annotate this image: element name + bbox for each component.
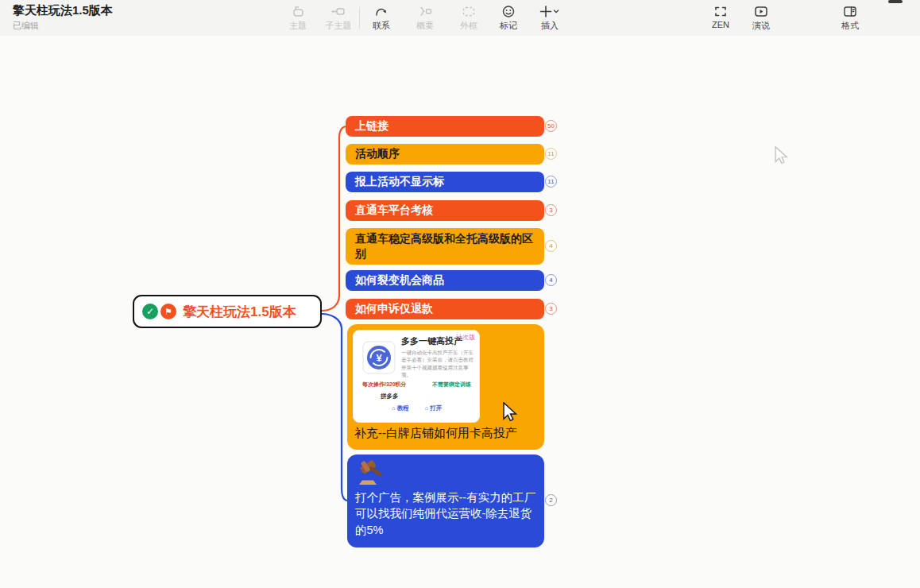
presentation-play-icon xyxy=(740,4,783,19)
window-control-dash[interactable] xyxy=(888,0,903,3)
topic-node-ad[interactable]: 打个广告，案例展示--有实力的工厂可以找我们纯佣代运营收-除去退货的5% xyxy=(347,455,544,547)
toolbar-button-present[interactable]: 演说 xyxy=(740,4,783,32)
collapse-badge[interactable]: 11 xyxy=(545,176,557,188)
mouse-cursor xyxy=(502,402,517,424)
collapse-badge[interactable]: 50 xyxy=(545,120,557,132)
card-tutorial-button[interactable]: ⌂ 教程 xyxy=(392,404,409,412)
card-description: 一键自动化卡高投产开车（开车老手必看）安装前，请点击教程里第十个视频观看使用注意… xyxy=(401,349,475,379)
toolbar-button-boundary[interactable]: 外框 xyxy=(447,4,490,32)
home-icon: ⌂ xyxy=(392,404,396,412)
check-marker-icon[interactable]: ✓ xyxy=(142,304,158,319)
collapse-badge[interactable]: 4 xyxy=(545,240,557,252)
topic-label: 直通车平台考核 xyxy=(355,203,433,218)
card-version-tag: 计次版 xyxy=(456,333,475,342)
ad-node-text: 打个广告，案例展示--有实力的工厂可以找我们纯佣代运营收-除去退货的5% xyxy=(355,489,538,538)
topic-node-3[interactable]: 报上活动不显示标 xyxy=(346,172,544,192)
toolbar-button-marker[interactable]: 标记 xyxy=(487,4,530,32)
toolbar-button-topic[interactable]: 主题 xyxy=(276,4,319,32)
card-cost-text: 每次操作/320积分 xyxy=(362,381,407,389)
topic-node-6[interactable]: 如何裂变机会商品 xyxy=(346,270,544,291)
card-open-button[interactable]: ⌂ 打开 xyxy=(425,404,443,412)
image-node-caption: 补充--白牌店铺如何用卡高投产 xyxy=(354,426,517,441)
embedded-image[interactable]: ¥ 多多一键高投产 计次版 一键自动化卡高投产开车（开车老手必看）安装前，请点击… xyxy=(353,330,480,423)
topic-label: 如何裂变机会商品 xyxy=(355,273,444,288)
topic-node-1[interactable]: 上链接 xyxy=(346,116,544,137)
zen-mode-icon xyxy=(699,4,742,19)
topic-icon xyxy=(276,4,319,19)
topic-label: 报上活动不显示标 xyxy=(355,175,444,189)
app-header: 擎天柱玩法1.5版本 已编辑 主题 子主题 联系 xyxy=(0,0,920,37)
summary-icon xyxy=(404,4,446,19)
topic-label: 活动顺序 xyxy=(355,147,400,161)
gavel-icon xyxy=(356,460,389,490)
collapse-badge[interactable]: 3 xyxy=(545,204,557,216)
root-topic-label: 擎天柱玩法1.5版本 xyxy=(183,303,296,321)
topic-label: 直通车稳定高级版和全托高级版的区别 xyxy=(355,232,533,260)
toolbar-button-subtopic[interactable]: 子主题 xyxy=(317,4,360,32)
toolbar-button-summary[interactable]: 概要 xyxy=(404,4,446,32)
marker-smiley-icon xyxy=(487,4,530,19)
collapse-badge[interactable]: 2 xyxy=(545,494,557,506)
collapse-badge[interactable]: 3 xyxy=(545,303,557,315)
topic-label: 上链接 xyxy=(355,119,388,133)
toolbar-button-relationship[interactable]: 联系 xyxy=(360,4,403,32)
flag-marker-icon[interactable]: ⚑ xyxy=(160,304,176,319)
document-title: 擎天柱玩法1.5版本 xyxy=(13,3,113,18)
subtopic-icon xyxy=(317,4,360,19)
topic-node-2[interactable]: 活动顺序 xyxy=(346,144,544,164)
card-title: 多多一键高投产 xyxy=(401,335,462,347)
mouse-cursor-ghost xyxy=(774,146,788,167)
edit-status: 已编辑 xyxy=(13,20,39,32)
svg-text:¥: ¥ xyxy=(376,352,382,364)
toolbar-button-format[interactable]: 格式 xyxy=(829,4,872,32)
card-platform-label: 拼多多 xyxy=(381,393,399,400)
toolbar-button-zen[interactable]: ZEN xyxy=(699,4,742,29)
topic-node-4[interactable]: 直通车平台考核 xyxy=(346,200,544,221)
collapse-badge[interactable]: 4 xyxy=(545,274,557,286)
insert-plus-icon xyxy=(528,4,571,19)
topic-node-7[interactable]: 如何申诉仅退款 xyxy=(346,299,544,319)
toolbar-button-insert[interactable]: 插入 xyxy=(528,4,571,32)
topic-node-image[interactable]: ¥ 多多一键高投产 计次版 一键自动化卡高投产开车（开车老手必看）安装前，请点击… xyxy=(347,324,544,450)
topic-node-5[interactable]: 直通车稳定高级版和全托高级版的区别 xyxy=(346,228,544,265)
relationship-icon xyxy=(360,4,403,19)
format-panel-icon xyxy=(829,4,872,19)
boundary-icon xyxy=(447,4,490,19)
home-icon: ⌂ xyxy=(425,404,429,412)
collapse-badge[interactable]: 11 xyxy=(545,148,557,160)
topic-label: 如何申诉仅退款 xyxy=(355,302,433,316)
app-logo-icon: ¥ xyxy=(362,341,396,377)
root-topic-node[interactable]: ✓ ⚑ 擎天柱玩法1.5版本 xyxy=(133,295,322,328)
card-note-text: 不需要绑定训练 xyxy=(432,381,471,389)
